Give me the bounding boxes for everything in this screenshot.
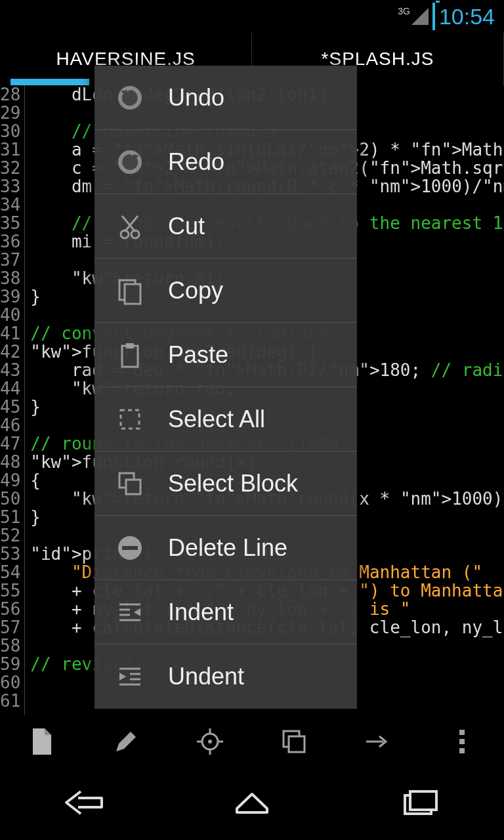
menu-item-label: Paste xyxy=(168,341,228,369)
cut-icon xyxy=(114,211,146,242)
line-number: 56 xyxy=(0,600,20,618)
line-number: 44 xyxy=(0,379,20,398)
line-number: 50 xyxy=(0,490,20,508)
pencil-icon[interactable] xyxy=(110,726,142,757)
svg-rect-3 xyxy=(289,736,304,752)
svg-rect-5 xyxy=(459,739,465,744)
line-number: 47 xyxy=(0,434,20,453)
line-number: 61 xyxy=(0,692,20,710)
svg-rect-4 xyxy=(459,730,465,735)
menu-item-label: Undo xyxy=(168,84,224,112)
line-number: 32 xyxy=(0,159,20,177)
svg-point-1 xyxy=(208,740,212,744)
statusbar: 3G 10:54 xyxy=(0,0,504,33)
line-number: 58 xyxy=(0,637,20,655)
menu-item-label: Select All xyxy=(168,406,265,433)
line-number: 59 xyxy=(0,655,20,673)
battery-icon xyxy=(432,4,435,30)
file-icon[interactable] xyxy=(26,726,58,757)
home-button[interactable] xyxy=(229,786,275,822)
edit-context-menu: UndoRedoCutCopyPasteSelect AllSelect Blo… xyxy=(94,66,357,709)
target-icon[interactable] xyxy=(194,726,226,757)
svg-rect-8 xyxy=(410,791,436,810)
svg-rect-21 xyxy=(122,546,138,550)
back-button[interactable] xyxy=(61,786,107,822)
menu-item-undo[interactable]: Undo xyxy=(94,66,357,130)
menu-item-cut[interactable]: Cut xyxy=(94,194,357,259)
recent-button[interactable] xyxy=(397,786,443,822)
paste-icon xyxy=(114,339,146,371)
line-number: 52 xyxy=(0,526,20,545)
svg-rect-6 xyxy=(459,748,465,753)
line-number: 28 xyxy=(0,85,20,104)
menu-item-select-all[interactable]: Select All xyxy=(94,387,357,452)
svg-rect-16 xyxy=(126,343,134,348)
line-number: 34 xyxy=(0,196,20,214)
line-number: 42 xyxy=(0,343,20,361)
line-number: 55 xyxy=(0,581,20,600)
navigation-bar xyxy=(0,768,504,840)
line-number: 31 xyxy=(0,140,20,159)
svg-rect-15 xyxy=(122,346,138,367)
menu-item-copy[interactable]: Copy xyxy=(94,259,357,323)
indent-icon xyxy=(114,597,146,628)
tab-indicator xyxy=(10,79,89,85)
line-number: 29 xyxy=(0,104,20,122)
line-number: 49 xyxy=(0,471,20,490)
menu-item-label: Indent xyxy=(168,598,234,626)
line-number: 41 xyxy=(0,324,20,343)
signal-icon xyxy=(411,8,429,25)
svg-rect-14 xyxy=(125,284,140,304)
line-number: 54 xyxy=(0,563,20,581)
line-number: 43 xyxy=(0,361,20,379)
line-number: 39 xyxy=(0,287,20,306)
menu-item-select-block[interactable]: Select Block xyxy=(94,452,357,516)
copy-icon xyxy=(114,275,146,306)
svg-rect-19 xyxy=(126,480,140,494)
redo-icon xyxy=(114,146,146,178)
menu-item-indent[interactable]: Indent xyxy=(94,580,357,644)
line-number: 40 xyxy=(0,306,20,324)
menu-item-undent[interactable]: Undent xyxy=(94,644,357,709)
line-number: 46 xyxy=(0,416,20,434)
menu-item-paste[interactable]: Paste xyxy=(94,323,357,387)
menu-item-delete-line[interactable]: Delete Line xyxy=(94,516,357,580)
delete-line-icon xyxy=(114,532,146,564)
gutter: 2829303132333435363738394041424344454647… xyxy=(0,85,25,768)
svg-rect-17 xyxy=(121,410,139,429)
select-all-icon xyxy=(114,404,146,435)
line-number: 48 xyxy=(0,453,20,471)
line-number: 35 xyxy=(0,214,20,232)
menu-item-label: Select Block xyxy=(168,470,298,497)
line-number: 53 xyxy=(0,545,20,563)
line-number: 30 xyxy=(0,122,20,140)
menu-item-label: Copy xyxy=(168,277,223,304)
menu-item-label: Delete Line xyxy=(168,534,287,562)
bottom-toolbar xyxy=(0,715,504,768)
overflow-icon[interactable] xyxy=(446,726,478,757)
line-number: 51 xyxy=(0,508,20,526)
select-block-icon xyxy=(114,468,146,499)
line-number: 60 xyxy=(0,673,20,692)
network-label: 3G xyxy=(398,6,410,16)
line-number: 36 xyxy=(0,232,20,251)
menu-item-redo[interactable]: Redo xyxy=(94,130,357,194)
line-number: 38 xyxy=(0,269,20,287)
line-number: 45 xyxy=(0,398,20,416)
undent-icon xyxy=(114,661,146,692)
clock: 10:54 xyxy=(439,4,495,30)
menu-item-label: Cut xyxy=(168,213,205,240)
line-number: 57 xyxy=(0,618,20,637)
line-number: 37 xyxy=(0,251,20,269)
copy-stack-icon[interactable] xyxy=(278,726,310,757)
menu-item-label: Undent xyxy=(168,663,244,690)
line-number: 33 xyxy=(0,177,20,196)
menu-item-label: Redo xyxy=(168,148,224,176)
send-icon[interactable] xyxy=(362,726,394,757)
undo-icon xyxy=(114,82,146,114)
